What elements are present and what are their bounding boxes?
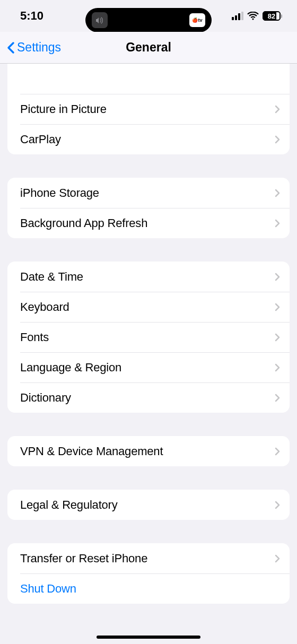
- row-label: Date & Time: [20, 270, 83, 284]
- settings-row-language-region[interactable]: Language & Region: [7, 352, 290, 382]
- status-bar: 5:10 🍎tv 82: [0, 0, 297, 32]
- chevron-right-icon: [275, 554, 280, 563]
- home-indicator[interactable]: [97, 636, 200, 639]
- settings-row-vpn-device-management[interactable]: VPN & Device Management: [7, 436, 290, 466]
- chevron-right-icon: [275, 135, 280, 144]
- settings-group: Picture in Picture CarPlay: [7, 64, 290, 154]
- chevron-right-icon: [275, 333, 280, 342]
- settings-row-carplay[interactable]: CarPlay: [7, 124, 290, 154]
- settings-group: Legal & Regulatory: [7, 490, 290, 520]
- row-label: Picture in Picture: [20, 102, 107, 116]
- appletv-icon: 🍎tv: [189, 13, 205, 27]
- settings-group: Date & Time Keyboard Fonts Language & Re…: [7, 262, 290, 413]
- row-label: VPN & Device Management: [20, 445, 163, 458]
- settings-row-transfer-reset[interactable]: Transfer or Reset iPhone: [7, 543, 290, 573]
- chevron-right-icon: [275, 273, 280, 281]
- status-indicators: 82: [232, 11, 282, 21]
- back-label: Settings: [17, 40, 61, 55]
- chevron-right-icon: [275, 303, 280, 311]
- settings-row-fonts[interactable]: Fonts: [7, 322, 290, 352]
- settings-group: VPN & Device Management: [7, 436, 290, 466]
- wifi-icon: [247, 12, 259, 20]
- settings-row-background-app-refresh[interactable]: Background App Refresh: [7, 208, 290, 238]
- row-label: iPhone Storage: [20, 186, 99, 200]
- settings-row-shut-down[interactable]: Shut Down: [7, 573, 290, 604]
- row-label: Language & Region: [20, 361, 121, 375]
- status-time: 5:10: [20, 9, 43, 23]
- row-label: Shut Down: [20, 582, 76, 596]
- volume-icon: [92, 12, 108, 28]
- settings-row-keyboard[interactable]: Keyboard: [7, 292, 290, 322]
- row-label: Transfer or Reset iPhone: [20, 552, 147, 565]
- row-label: Legal & Regulatory: [20, 498, 118, 512]
- settings-content: Picture in Picture CarPlay iPhone Storag…: [0, 64, 297, 604]
- chevron-left-icon: [6, 41, 15, 54]
- page-title: General: [126, 40, 171, 55]
- chevron-right-icon: [275, 189, 280, 197]
- row-label: Fonts: [20, 330, 49, 344]
- settings-row-dictionary[interactable]: Dictionary: [7, 382, 290, 413]
- settings-row-picture-in-picture[interactable]: Picture in Picture: [7, 94, 290, 124]
- settings-row-partial[interactable]: [7, 64, 290, 94]
- row-label: Keyboard: [20, 300, 69, 314]
- settings-row-date-time[interactable]: Date & Time: [7, 262, 290, 292]
- battery-indicator: 82: [263, 11, 282, 21]
- chevron-right-icon: [275, 394, 280, 402]
- settings-row-iphone-storage[interactable]: iPhone Storage: [7, 178, 290, 208]
- row-label: Background App Refresh: [20, 216, 147, 230]
- chevron-right-icon: [275, 363, 280, 372]
- settings-row-legal-regulatory[interactable]: Legal & Regulatory: [7, 490, 290, 520]
- cellular-icon: [232, 12, 243, 20]
- nav-bar: Settings General: [0, 32, 297, 64]
- chevron-right-icon: [275, 219, 280, 228]
- chevron-right-icon: [275, 501, 280, 509]
- back-button[interactable]: Settings: [0, 40, 61, 55]
- row-label: CarPlay: [20, 133, 61, 146]
- dynamic-island[interactable]: 🍎tv: [85, 8, 212, 32]
- settings-group: Transfer or Reset iPhone Shut Down: [7, 543, 290, 604]
- chevron-right-icon: [275, 105, 280, 114]
- chevron-right-icon: [275, 447, 280, 456]
- settings-group: iPhone Storage Background App Refresh: [7, 178, 290, 238]
- row-label: Dictionary: [20, 391, 71, 405]
